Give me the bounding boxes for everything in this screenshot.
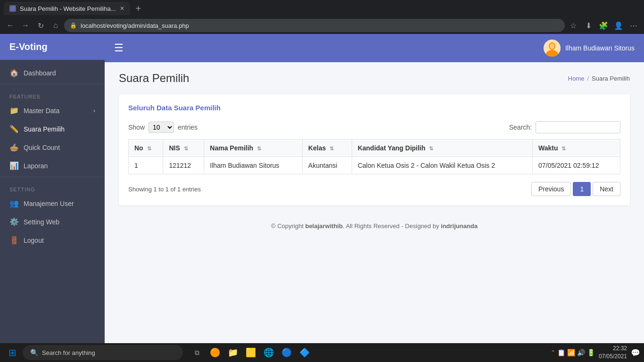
tray-network[interactable]: 📶 bbox=[567, 349, 575, 356]
cell-kandidat: Calon Ketua Osis 2 - Calon Wakil Ketua O… bbox=[352, 157, 532, 174]
lock-icon: 🔒 bbox=[70, 22, 77, 29]
tab-title: Suara Pemilih - Website Pemiliha... bbox=[20, 5, 116, 12]
taskbar-app-6[interactable]: 🔷 bbox=[296, 344, 313, 361]
topnav: ☰ Ilham Budiawan Sitorus bbox=[105, 34, 644, 62]
col-header-waktu: Waktu ⇅ bbox=[532, 140, 620, 157]
taskbar-app-1[interactable]: 🟠 bbox=[206, 344, 223, 361]
col-header-nama: Nama Pemilih ⇅ bbox=[204, 140, 303, 157]
taskbar-search-bar[interactable]: 🔍 Search for anything bbox=[23, 345, 183, 360]
sidebar-item-laporan[interactable]: 📊 Laporan bbox=[0, 156, 105, 175]
taskbar-app-taskview[interactable]: ⧉ bbox=[189, 344, 206, 361]
address-bar[interactable]: 🔒 localhost/evoting/admin/data_suara.php bbox=[64, 19, 565, 32]
entries-label: entries bbox=[178, 123, 198, 131]
notifications-button[interactable]: 💬 bbox=[631, 348, 640, 357]
back-button[interactable]: ← bbox=[4, 19, 17, 32]
footer-designer: indrijunanda bbox=[441, 222, 478, 230]
sort-icon-kandidat[interactable]: ⇅ bbox=[429, 146, 433, 151]
browser-tabs: Suara Pemilih - Website Pemiliha... ✕ + bbox=[0, 0, 644, 17]
home-button[interactable]: ⌂ bbox=[49, 19, 62, 32]
new-tab-button[interactable]: + bbox=[132, 3, 145, 14]
sidebar-divider-features bbox=[0, 84, 105, 84]
tray-chevron[interactable]: ⌃ bbox=[551, 349, 555, 356]
col-label-kandidat: Kandidat Yang Dipilih bbox=[358, 144, 426, 152]
cell-no: 1 bbox=[129, 157, 163, 174]
pie-chart-icon: 🥧 bbox=[9, 143, 19, 152]
sort-icon-waktu[interactable]: ⇅ bbox=[561, 146, 566, 151]
main-content: Suara Pemilih Home / Suara Pemilih Selur… bbox=[105, 62, 644, 343]
sort-icon-nis[interactable]: ⇅ bbox=[184, 146, 188, 151]
sidebar-item-setting-web[interactable]: ⚙️ Setting Web bbox=[0, 213, 105, 231]
chevron-right-icon: › bbox=[93, 107, 95, 114]
sidebar-brand: E-Voting bbox=[0, 34, 105, 60]
page-title: Suara Pemilih bbox=[119, 72, 189, 85]
pagination-area: Showing 1 to 1 of 1 entries Previous 1 N… bbox=[128, 182, 620, 196]
logout-icon: 🚪 bbox=[9, 236, 19, 245]
taskbar-date: 07/05/2021 bbox=[599, 353, 627, 361]
sidebar-item-label-suara-pemilih: Suara Pemilih bbox=[24, 125, 65, 133]
sidebar-item-master-data[interactable]: 📁 Master Data › bbox=[0, 101, 105, 120]
tray-battery[interactable]: 🔋 bbox=[587, 349, 595, 356]
sidebar-divider-setting bbox=[0, 177, 105, 177]
taskbar-clock[interactable]: 22:32 07/05/2021 bbox=[599, 345, 627, 361]
pagination: Previous 1 Next bbox=[531, 182, 620, 196]
bookmark-star-button[interactable]: ☆ bbox=[567, 19, 580, 32]
sort-icon-no[interactable]: ⇅ bbox=[147, 146, 151, 151]
taskbar-app-4[interactable]: 🌐 bbox=[260, 344, 277, 361]
sidebar-item-manajemen-user[interactable]: 👥 Manajemen User bbox=[0, 194, 105, 213]
bar-chart-icon: 📊 bbox=[9, 161, 19, 170]
taskbar-app-3[interactable]: 🟨 bbox=[242, 344, 259, 361]
breadcrumb-current: Suara Pemilih bbox=[592, 75, 630, 82]
taskbar-app-2[interactable]: 📁 bbox=[224, 344, 241, 361]
active-tab[interactable]: Suara Pemilih - Website Pemiliha... ✕ bbox=[4, 2, 130, 15]
start-button[interactable]: ⊞ bbox=[4, 344, 21, 361]
col-header-kandidat: Kandidat Yang Dipilih ⇅ bbox=[352, 140, 532, 157]
table-row: 1 121212 Ilham Budiawan Sitorus Akuntans… bbox=[129, 157, 620, 174]
table-header-row: No ⇅ NIS ⇅ Nama Pemilih ⇅ bbox=[129, 140, 620, 157]
svg-rect-0 bbox=[10, 6, 15, 11]
entries-select[interactable]: 10 25 50 100 bbox=[149, 122, 174, 133]
menu-button[interactable]: ⋯ bbox=[627, 19, 640, 32]
card-title: Seluruh Data Suara Pemilih bbox=[128, 104, 620, 112]
tray-volume[interactable]: 🔊 bbox=[577, 349, 585, 356]
user-name: Ilham Budiawan Sitorus bbox=[565, 44, 635, 52]
download-button[interactable]: ⬇ bbox=[582, 19, 595, 32]
tab-close-button[interactable]: ✕ bbox=[120, 5, 124, 12]
taskbar-search-text: Search for anything bbox=[42, 349, 95, 356]
right-panel: ☰ Ilham Budiawan Sitorus Suara Pemilih bbox=[105, 34, 644, 343]
search-label: Search: bbox=[509, 123, 532, 131]
sidebar-item-logout[interactable]: 🚪 Logout bbox=[0, 231, 105, 249]
hamburger-button[interactable]: ☰ bbox=[114, 42, 124, 54]
taskbar-left: ⊞ 🔍 Search for anything ⧉ 🟠 📁 🟨 🌐 🔵 🔷 bbox=[4, 344, 313, 361]
sidebar-item-dashboard[interactable]: 🏠 Dashboard bbox=[0, 64, 105, 82]
sidebar-item-label-quick-count: Quick Count bbox=[24, 144, 60, 151]
page-1-button[interactable]: 1 bbox=[573, 182, 591, 196]
taskbar-app-5[interactable]: 🔵 bbox=[278, 344, 295, 361]
cell-waktu: 07/05/2021 02:59:12 bbox=[532, 157, 620, 174]
tray-notifications[interactable]: 📋 bbox=[557, 349, 565, 356]
sidebar-item-suara-pemilih[interactable]: ✏️ Suara Pemilih bbox=[0, 120, 105, 138]
next-button[interactable]: Next bbox=[593, 182, 620, 196]
topnav-right: Ilham Budiawan Sitorus bbox=[544, 40, 635, 57]
sidebar-item-label-setting-web: Setting Web bbox=[24, 218, 59, 226]
sidebar-nav: 🏠 Dashboard FEATURES 📁 Master Data › ✏️ … bbox=[0, 60, 105, 343]
sidebar-item-label-manajemen-user: Manajemen User bbox=[24, 200, 74, 207]
tab-favicon bbox=[9, 5, 16, 12]
forward-button[interactable]: → bbox=[19, 19, 32, 32]
extensions-button[interactable]: 🧩 bbox=[597, 19, 610, 32]
search-input[interactable] bbox=[536, 121, 620, 133]
previous-button[interactable]: Previous bbox=[531, 182, 571, 196]
search-control: Search: bbox=[509, 121, 620, 133]
footer-brand: belajarwithib bbox=[305, 222, 342, 230]
taskbar-tray: ⌃ 📋 📶 🔊 🔋 bbox=[551, 349, 595, 356]
data-card: Seluruh Data Suara Pemilih Show 10 25 50… bbox=[119, 94, 630, 206]
sidebar-item-quick-count[interactable]: 🥧 Quick Count bbox=[0, 138, 105, 156]
app-wrapper: E-Voting 🏠 Dashboard FEATURES 📁 Master D… bbox=[0, 34, 644, 343]
breadcrumb-home[interactable]: Home bbox=[568, 75, 585, 82]
reload-button[interactable]: ↻ bbox=[34, 19, 47, 32]
windows-icon: ⊞ bbox=[8, 347, 17, 358]
sort-icon-kelas[interactable]: ⇅ bbox=[330, 146, 334, 151]
browser-chrome: Suara Pemilih - Website Pemiliha... ✕ + … bbox=[0, 0, 644, 34]
show-entries-control: Show 10 25 50 100 entries bbox=[128, 122, 198, 133]
sort-icon-nama[interactable]: ⇅ bbox=[257, 146, 261, 151]
profile-button[interactable]: 👤 bbox=[612, 19, 625, 32]
